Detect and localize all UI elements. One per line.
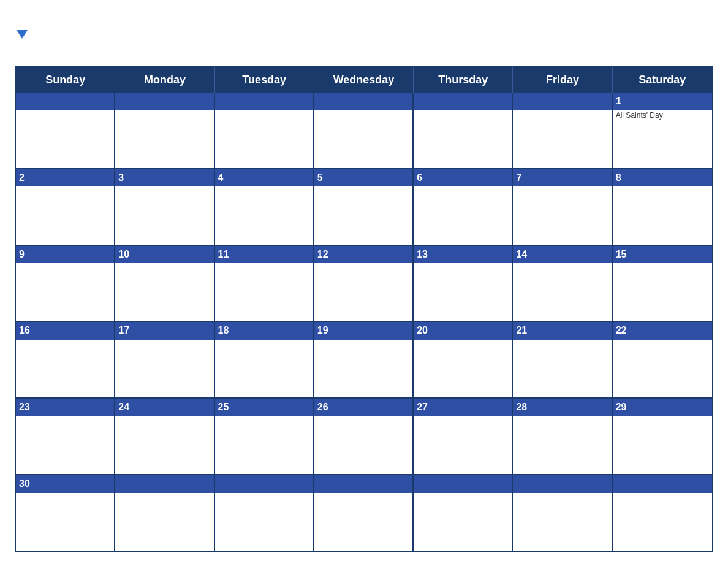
cell-number: 19 <box>314 322 412 339</box>
day-cell: 10 <box>115 246 214 321</box>
cell-number: 8 <box>613 169 712 186</box>
weeks-container: 1All Saints' Day234567891011121314151617… <box>16 93 712 551</box>
day-headers-row: SundayMondayTuesdayWednesdayThursdayFrid… <box>16 67 712 93</box>
cell-number: 16 <box>16 322 114 339</box>
cell-number <box>215 93 313 110</box>
day-cell <box>115 475 214 551</box>
cell-number <box>414 475 512 492</box>
cell-number: 12 <box>314 246 412 263</box>
cell-number: 23 <box>16 399 114 416</box>
day-cell <box>414 475 513 551</box>
day-cell: 9 <box>16 246 115 321</box>
calendar: SundayMondayTuesdayWednesdayThursdayFrid… <box>15 66 713 552</box>
week-row-2: 9101112131415 <box>16 245 712 321</box>
logo <box>15 31 94 40</box>
cell-number: 21 <box>513 322 611 339</box>
day-cell: 19 <box>314 322 414 397</box>
cell-number: 4 <box>215 169 313 186</box>
day-cell: 15 <box>613 246 712 321</box>
cell-number <box>314 93 412 110</box>
day-header-friday: Friday <box>513 67 612 93</box>
cell-number: 6 <box>414 169 512 186</box>
week-row-1: 2345678 <box>16 168 712 245</box>
day-cell: 3 <box>115 169 214 245</box>
day-cell: 13 <box>414 246 513 321</box>
day-cell <box>513 93 612 168</box>
cell-number: 3 <box>115 169 213 186</box>
cell-number <box>414 93 512 110</box>
day-cell: 28 <box>513 399 612 474</box>
day-header-sunday: Sunday <box>16 67 115 93</box>
cell-number: 28 <box>513 399 611 416</box>
day-cell: 25 <box>215 399 314 474</box>
week-row-5: 30 <box>16 474 712 551</box>
cell-number: 9 <box>16 246 114 263</box>
cell-number <box>513 475 611 492</box>
day-cell: 22 <box>613 322 712 397</box>
cell-number: 24 <box>115 399 213 416</box>
cell-number <box>314 475 412 492</box>
day-cell <box>314 93 414 168</box>
header <box>15 11 713 60</box>
cell-number: 20 <box>414 322 512 339</box>
week-row-4: 23242526272829 <box>16 397 712 474</box>
day-cell: 21 <box>513 322 612 397</box>
day-cell: 2 <box>16 169 115 245</box>
day-cell <box>414 93 513 168</box>
week-row-3: 16171819202122 <box>16 321 712 397</box>
day-cell: 29 <box>613 399 712 474</box>
day-header-wednesday: Wednesday <box>314 67 414 93</box>
day-cell <box>314 475 414 551</box>
day-cell: 30 <box>16 475 115 551</box>
cell-number: 5 <box>314 169 412 186</box>
day-cell: 5 <box>314 169 414 245</box>
cell-number <box>215 475 313 492</box>
day-cell: 24 <box>115 399 214 474</box>
cell-number: 15 <box>613 246 712 263</box>
cell-number <box>16 93 114 110</box>
cell-number <box>115 475 213 492</box>
day-cell <box>215 93 314 168</box>
cell-number: 14 <box>513 246 611 263</box>
cell-number: 1 <box>613 93 712 110</box>
day-cell: 16 <box>16 322 115 397</box>
day-cell <box>16 93 115 168</box>
day-cell: 23 <box>16 399 115 474</box>
cell-number: 29 <box>613 399 712 416</box>
day-header-thursday: Thursday <box>414 67 513 93</box>
day-cell: 6 <box>414 169 513 245</box>
day-cell: 7 <box>513 169 612 245</box>
day-cell <box>613 475 712 551</box>
day-cell: 26 <box>314 399 414 474</box>
day-cell: 12 <box>314 246 414 321</box>
cell-number: 17 <box>115 322 213 339</box>
cell-number: 2 <box>16 169 114 186</box>
week-row-0: 1All Saints' Day <box>16 93 712 168</box>
day-cell: 1All Saints' Day <box>613 93 712 168</box>
day-cell: 18 <box>215 322 314 397</box>
cell-event: All Saints' Day <box>613 110 712 121</box>
day-cell: 27 <box>414 399 513 474</box>
cell-number <box>115 93 213 110</box>
day-cell: 11 <box>215 246 314 321</box>
day-cell: 20 <box>414 322 513 397</box>
cell-number: 26 <box>314 399 412 416</box>
logo-triangle-icon <box>17 30 28 39</box>
page: SundayMondayTuesdayWednesdayThursdayFrid… <box>0 0 728 563</box>
cell-number: 18 <box>215 322 313 339</box>
cell-number: 30 <box>16 475 114 492</box>
day-header-monday: Monday <box>115 67 214 93</box>
day-cell <box>115 93 214 168</box>
day-cell <box>513 475 612 551</box>
cell-number: 13 <box>414 246 512 263</box>
day-header-saturday: Saturday <box>613 67 712 93</box>
cell-number: 7 <box>513 169 611 186</box>
day-cell: 14 <box>513 246 612 321</box>
cell-number: 10 <box>115 246 213 263</box>
cell-number <box>513 93 611 110</box>
cell-number: 27 <box>414 399 512 416</box>
cell-number: 25 <box>215 399 313 416</box>
day-cell: 4 <box>215 169 314 245</box>
day-cell: 17 <box>115 322 214 397</box>
day-header-tuesday: Tuesday <box>215 67 314 93</box>
